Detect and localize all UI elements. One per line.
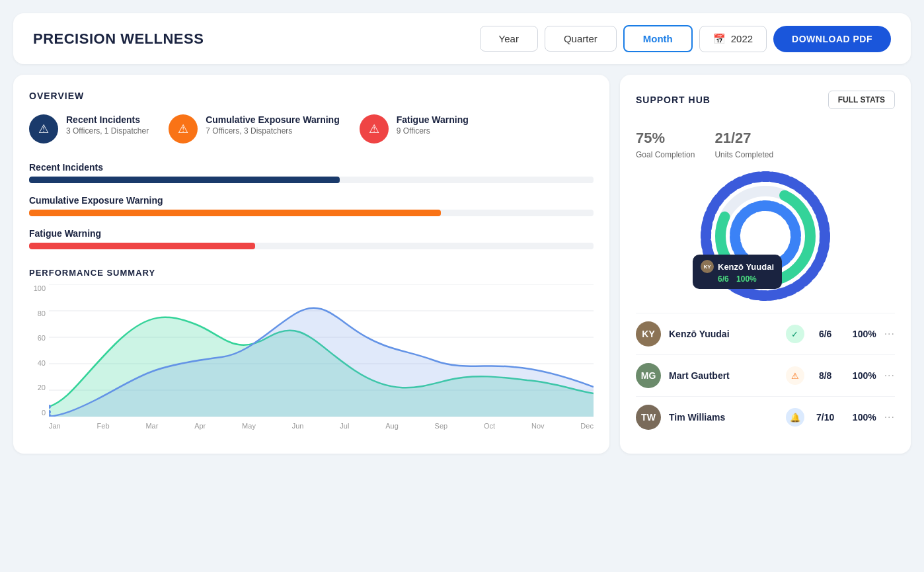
quarter-button[interactable]: Quarter [545, 26, 617, 52]
user-score-2: 8/8 [812, 370, 839, 381]
user-name-1: Kenzō Yuudai [669, 329, 778, 339]
progress-incidents: Recent Incidents [29, 162, 594, 183]
user-name-3: Tim Williams [669, 412, 778, 423]
user-score-3: 7/10 [812, 412, 839, 423]
chart-x-labels: Jan Feb Mar Apr May Jun Jul Aug Sep Oct … [49, 422, 594, 430]
header-controls: Year Quarter Month 📅 2022 DOWNLOAD PDF [480, 25, 891, 52]
fatigue-title: Fatigue Warning [397, 114, 469, 125]
donut-tooltip: KY Kenzō Yuudai 6/6 100% [693, 255, 782, 289]
x-may: May [242, 422, 256, 430]
incidents-subtitle: 3 Officers, 1 Dispatcher [66, 126, 149, 136]
support-hub-title: SUPPORT HUB [636, 95, 711, 105]
overview-card-fatigue: ⚠ Fatigue Warning 9 Officers [360, 114, 469, 143]
main-content: OVERVIEW ⚠ Recent Incidents 3 Officers, … [13, 75, 911, 454]
progress-exposure: Cumulative Exposure Warning [29, 195, 594, 216]
tooltip-score: 6/6 100% [701, 274, 774, 284]
x-oct: Oct [484, 422, 495, 430]
goal-completion-number: 75% [636, 120, 695, 147]
performance-chart: 100 80 60 40 20 0 [29, 284, 594, 430]
incidents-icon: ⚠ [29, 114, 58, 143]
progress-section: Recent Incidents Cumulative Exposure War… [29, 162, 594, 249]
exposure-title: Cumulative Exposure Warning [206, 114, 340, 125]
y-label-60: 60 [38, 334, 46, 342]
progress-fatigue-label: Fatigue Warning [29, 228, 594, 239]
y-label-80: 80 [38, 309, 46, 317]
year-value: 2022 [731, 33, 753, 44]
x-sep: Sep [435, 422, 448, 430]
overview-card-exposure: ⚠ Cumulative Exposure Warning 7 Officers… [169, 114, 340, 143]
progress-fatigue: Fatigue Warning [29, 228, 594, 249]
y-label-0: 0 [42, 409, 46, 417]
user-menu-1[interactable]: ··· [884, 328, 895, 340]
user-pct-1: 100% [847, 329, 876, 339]
user-status-1: ✓ [786, 325, 804, 343]
goal-completion-label: Goal Completion [636, 150, 695, 159]
progress-incidents-fill [29, 177, 340, 183]
x-feb: Feb [97, 422, 110, 430]
user-name-2: Mart Gautbert [669, 370, 778, 381]
month-button[interactable]: Month [623, 25, 693, 52]
units-completed-label: Units Completed [714, 150, 773, 159]
fatigue-subtitle: 9 Officers [397, 126, 469, 136]
fatigue-icon: ⚠ [360, 114, 389, 143]
user-pct-2: 100% [847, 370, 876, 381]
progress-exposure-label: Cumulative Exposure Warning [29, 195, 594, 206]
tooltip-avatar: KY [701, 260, 714, 273]
user-status-2: ⚠ [786, 366, 804, 385]
exposure-subtitle: 7 Officers, 3 Dispatchers [206, 126, 340, 136]
user-score-1: 6/6 [812, 329, 839, 339]
stats-row: 75% Goal Completion 21/27 Units Complete… [636, 120, 895, 159]
chart-svg-container [49, 284, 594, 417]
progress-fatigue-bg [29, 243, 594, 249]
y-label-40: 40 [38, 359, 46, 367]
x-jun: Jun [292, 422, 304, 430]
year-selector[interactable]: 📅 2022 [699, 26, 767, 52]
x-nov: Nov [531, 422, 545, 430]
chart-y-labels: 100 80 60 40 20 0 [29, 284, 49, 417]
progress-exposure-bg [29, 210, 594, 216]
tooltip-name: Kenzō Yuudai [718, 262, 774, 272]
user-list: KY Kenzō Yuudai ✓ 6/6 100% ··· MG Mart G… [636, 313, 895, 438]
overview-panel: OVERVIEW ⚠ Recent Incidents 3 Officers, … [13, 75, 609, 454]
units-completed-number: 21/27 [714, 120, 773, 147]
year-button[interactable]: Year [480, 26, 538, 52]
overview-title: OVERVIEW [29, 91, 594, 101]
progress-exposure-fill [29, 210, 441, 216]
chart-svg [49, 284, 594, 417]
user-pct-3: 100% [847, 412, 876, 423]
progress-incidents-bg [29, 177, 594, 183]
user-row-2: MG Mart Gautbert ⚠ 8/8 100% ··· [636, 354, 895, 396]
user-avatar-2: MG [636, 363, 661, 388]
progress-fatigue-fill [29, 243, 255, 249]
y-label-20: 20 [38, 384, 46, 391]
goal-completion-stat: 75% Goal Completion [636, 120, 695, 159]
calendar-icon: 📅 [713, 33, 726, 45]
user-menu-2[interactable]: ··· [884, 370, 895, 382]
tooltip-name-row: KY Kenzō Yuudai [701, 260, 774, 273]
overview-card-incidents: ⚠ Recent Incidents 3 Officers, 1 Dispatc… [29, 114, 149, 143]
overview-cards: ⚠ Recent Incidents 3 Officers, 1 Dispatc… [29, 114, 594, 143]
user-menu-3[interactable]: ··· [884, 411, 895, 423]
x-jul: Jul [340, 422, 349, 430]
donut-chart: KY Kenzō Yuudai 6/6 100% [699, 170, 831, 302]
download-pdf-button[interactable]: DOWNLOAD PDF [773, 26, 891, 52]
app-title: PRECISION WELLNESS [33, 30, 204, 48]
x-dec: Dec [580, 422, 594, 430]
user-row-1: KY Kenzō Yuudai ✓ 6/6 100% ··· [636, 313, 895, 354]
progress-incidents-label: Recent Incidents [29, 162, 594, 173]
x-aug: Aug [385, 422, 399, 430]
user-avatar-3: TW [636, 405, 661, 430]
user-status-3: 🔔 [786, 408, 804, 427]
exposure-icon: ⚠ [169, 114, 198, 143]
full-stats-button[interactable]: FULL STATS [828, 91, 895, 109]
incidents-title: Recent Incidents [66, 114, 149, 125]
x-mar: Mar [145, 422, 158, 430]
user-avatar-1: KY [636, 321, 661, 347]
performance-title: PERFORMANCE SUMMARY [29, 268, 594, 278]
y-label-100: 100 [34, 284, 46, 292]
performance-section: PERFORMANCE SUMMARY 100 80 60 40 20 0 [29, 268, 594, 430]
x-jan: Jan [49, 422, 61, 430]
user-row-3: TW Tim Williams 🔔 7/10 100% ··· [636, 396, 895, 438]
support-hub-header: SUPPORT HUB FULL STATS [636, 91, 895, 109]
x-apr: Apr [194, 422, 206, 430]
